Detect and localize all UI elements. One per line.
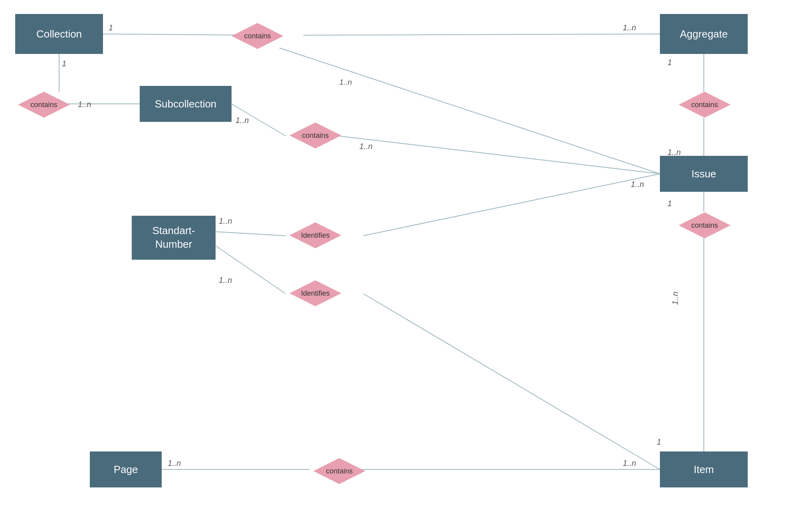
svg-line-1 <box>303 34 660 35</box>
diamond-contains-page-label: contains <box>326 467 353 475</box>
diamond-contains-top: contains <box>226 22 289 50</box>
mult-contains-left-sub: 1..n <box>78 100 91 109</box>
diamond-contains-sub: contains <box>285 122 345 149</box>
mult-issue-contains-issue: 1 <box>667 199 672 208</box>
diamond-contains-issue-label: contains <box>691 221 718 230</box>
mult-sub-contains-sub: 1..n <box>236 116 249 125</box>
mult-sn-identifies-top: 1..n <box>219 217 232 226</box>
mult-contains-top-issue: 1..n <box>339 78 352 87</box>
mult-collection-contains-top-left: 1 <box>109 23 113 32</box>
svg-line-4 <box>279 48 660 174</box>
mult-contains-agg-issue: 1..n <box>667 148 681 157</box>
diamond-contains-left: contains <box>14 91 74 118</box>
entity-subcollection-label: Subcollection <box>155 98 217 110</box>
entity-item: Item <box>660 451 748 487</box>
diamond-contains-top-label: contains <box>244 32 271 40</box>
diamond-contains-sub-label: contains <box>302 131 329 140</box>
svg-line-13 <box>363 294 660 469</box>
entity-collection: Collection <box>15 14 103 54</box>
mult-item-top: 1 <box>657 437 661 447</box>
svg-line-10 <box>216 232 285 236</box>
mult-page-contains: 1..n <box>168 459 181 468</box>
diamond-contains-page: contains <box>309 457 369 485</box>
diagram-lines <box>0 0 812 513</box>
svg-line-8 <box>337 136 660 174</box>
diamond-contains-left-label: contains <box>30 101 57 109</box>
mult-identifies-top-issue: 1..n <box>631 180 644 189</box>
mult-sn-identifies-bot: 1..n <box>219 276 232 285</box>
diamond-identifies-bot: Identifies <box>285 280 345 307</box>
diamond-identifies-top-label: Identifies <box>301 231 330 240</box>
diamond-contains-agg-label: contains <box>691 101 718 109</box>
diamond-contains-issue: contains <box>675 212 735 239</box>
mult-contains-page-item: 1..n <box>623 459 636 468</box>
entity-subcollection: Subcollection <box>140 86 232 122</box>
diamond-identifies-bot-label: Identifies <box>301 289 330 298</box>
entity-standart-number-label: Standart- Number <box>152 224 195 251</box>
mult-aggregate-contains-agg: 1 <box>667 58 672 67</box>
svg-line-12 <box>216 246 285 294</box>
entity-item-label: Item <box>694 463 714 476</box>
entity-collection-label: Collection <box>36 28 82 40</box>
mult-contains-sub-issue: 1..n <box>359 142 372 151</box>
entity-page: Page <box>90 451 162 487</box>
svg-line-11 <box>363 174 660 236</box>
entity-issue: Issue <box>660 156 748 192</box>
diagram-container: Collection Aggregate Subcollection Issue… <box>0 0 812 513</box>
diamond-identifies-top: Identifies <box>285 222 345 249</box>
entity-aggregate-label: Aggregate <box>680 28 728 40</box>
entity-standart-number: Standart- Number <box>132 216 216 260</box>
mult-contains-issue-item: 1..n <box>671 292 680 305</box>
diamond-contains-agg: contains <box>675 91 735 118</box>
mult-contains-top-aggregate: 1..n <box>623 23 636 32</box>
entity-page-label: Page <box>114 463 138 476</box>
entity-aggregate: Aggregate <box>660 14 748 54</box>
mult-collection-contains-left-top: 1 <box>62 59 66 68</box>
entity-issue-label: Issue <box>691 168 716 180</box>
